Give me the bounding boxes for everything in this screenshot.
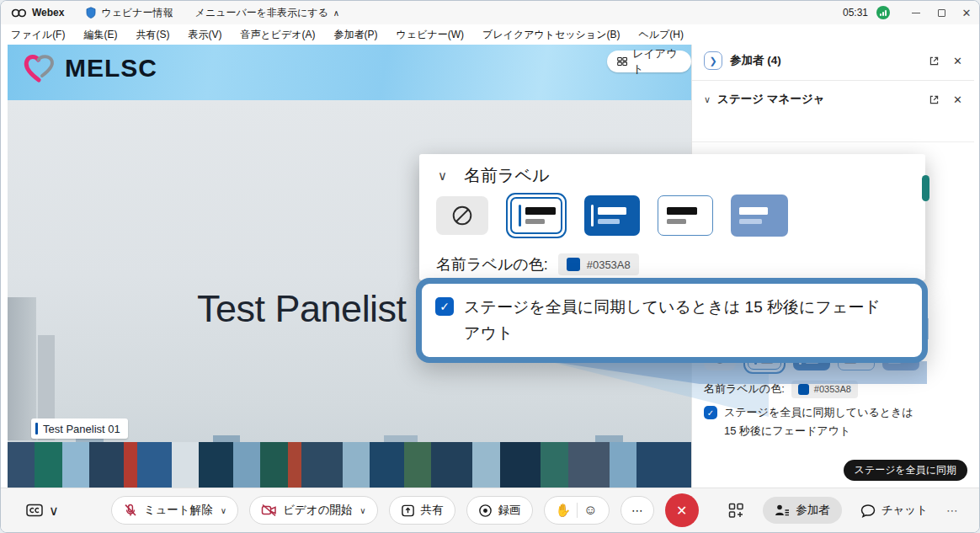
- share-screen-icon: [401, 504, 415, 518]
- apps-icon[interactable]: [728, 503, 744, 519]
- popup-color-label: 名前ラベルの色:: [436, 254, 548, 274]
- share-button[interactable]: 共有: [389, 496, 455, 525]
- close-participants-icon[interactable]: ✕: [953, 55, 962, 67]
- shield-icon: [86, 7, 96, 19]
- fade-checkbox[interactable]: ✓: [704, 406, 717, 419]
- style-option-muted-filled[interactable]: [731, 195, 788, 237]
- chevron-down-icon: ∨: [360, 506, 365, 515]
- start-video-label: ビデオの開始: [283, 503, 352, 518]
- leave-meeting-button[interactable]: ✕: [665, 493, 699, 527]
- color-swatch: [567, 258, 580, 271]
- unmute-button[interactable]: ミュート解除 ∨: [111, 496, 238, 525]
- check-icon: ✓: [707, 408, 714, 418]
- close-window-button[interactable]: ✕: [954, 2, 979, 24]
- menu-edit[interactable]: 編集(E): [83, 28, 117, 42]
- title-bar: Webex ウェビナー情報 メニューバーを非表示にする ∧ 05:31 ✕: [1, 1, 979, 24]
- participants-toggle-button[interactable]: 参加者: [763, 497, 842, 524]
- fade-setting-callout: ✓ ステージを全員に同期しているときは 15 秒後にフェード アウト: [416, 278, 928, 363]
- share-label: 共有: [421, 503, 444, 518]
- brand-logo: MELSC: [21, 51, 157, 85]
- style-option-light-left-bar-selected[interactable]: [506, 193, 567, 238]
- closed-captions-icon: [26, 504, 43, 517]
- close-stage-manager-icon[interactable]: ✕: [953, 93, 962, 106]
- style-option-filled-left-bar[interactable]: [584, 195, 640, 236]
- popout-icon[interactable]: [929, 94, 940, 105]
- chevron-down-icon: ∨: [49, 503, 59, 519]
- menu-view[interactable]: 表示(V): [188, 28, 221, 42]
- chat-icon: [860, 504, 876, 518]
- reactions-button[interactable]: ☺: [583, 503, 597, 518]
- webex-logo: Webex: [11, 7, 64, 19]
- menu-breakout[interactable]: ブレイクアウトセッション(B): [482, 28, 620, 42]
- webex-infinity-icon: [11, 8, 27, 19]
- record-button[interactable]: 録画: [466, 496, 533, 525]
- stage-manager-panel-title: ステージ マネージャ: [717, 92, 824, 107]
- participants-panel-title: 参加者 (4): [730, 53, 781, 68]
- layout-button-label: レイアウト: [632, 46, 681, 77]
- sync-stage-button-label: ステージを全員に同期: [855, 463, 956, 477]
- popup-style-options: [436, 193, 788, 238]
- menu-help[interactable]: ヘルプ(H): [638, 28, 684, 42]
- layout-button[interactable]: レイアウト: [607, 51, 691, 72]
- record-icon: [478, 504, 493, 518]
- more-options-button[interactable]: ⋯: [620, 496, 654, 525]
- divider: [692, 141, 974, 142]
- mic-muted-icon: [123, 503, 138, 518]
- menu-participants[interactable]: 参加者(P): [334, 28, 378, 42]
- scrollbar-thumb[interactable]: [922, 175, 929, 201]
- callout-line2: アウト: [464, 320, 881, 346]
- melsc-heart-icon: [21, 51, 58, 85]
- connection-quality-icon[interactable]: [876, 6, 890, 19]
- chevron-up-icon: ∧: [333, 8, 339, 18]
- city-skyline: [8, 442, 691, 489]
- ellipsis-icon: ⋯: [631, 504, 643, 517]
- chat-toggle-button[interactable]: チャット: [860, 503, 928, 518]
- maximize-button[interactable]: [929, 2, 954, 24]
- start-video-button[interactable]: ビデオの開始 ∨: [249, 496, 378, 525]
- menu-share[interactable]: 共有(S): [136, 28, 169, 42]
- webinar-info-button[interactable]: ウェビナー情報: [86, 6, 173, 20]
- check-icon: ✓: [439, 300, 450, 313]
- participants-toggle-label: 参加者: [796, 503, 830, 518]
- fade-checkbox-large[interactable]: ✓: [435, 297, 454, 316]
- main-area: MELSC レイアウト Test Panelist Test Panelist …: [1, 45, 979, 489]
- raise-hand-button[interactable]: ✋: [556, 503, 572, 518]
- style-option-light-plain[interactable]: [658, 195, 713, 236]
- clock: 05:31: [843, 7, 868, 19]
- menu-webinar[interactable]: ウェビナー(W): [397, 28, 464, 42]
- sync-stage-button[interactable]: ステージを全員に同期: [844, 460, 967, 481]
- popup-color-chip[interactable]: #0353A8: [558, 253, 639, 275]
- participants-expand-button[interactable]: ❯: [704, 51, 722, 70]
- chat-toggle-label: チャット: [881, 503, 928, 518]
- fade-checkbox-label-line2: 15 秒後にフェードアウト: [724, 424, 850, 439]
- popout-icon[interactable]: [929, 56, 940, 67]
- chevron-down-icon[interactable]: ∨: [704, 94, 711, 105]
- color-swatch: [798, 384, 809, 395]
- bottom-toolbar: ∨ ミュート解除 ∨ ビデオの開始 ∨ 共有: [1, 488, 979, 532]
- webex-window: Webex ウェビナー情報 メニューバーを非表示にする ∧ 05:31 ✕ ファ…: [0, 0, 980, 533]
- callout-line1: ステージを全員に同期しているときは 15 秒後にフェード: [464, 294, 881, 320]
- name-label-accent-bar: [35, 423, 38, 434]
- color-value: #0353A8: [814, 384, 851, 394]
- divider: [577, 503, 578, 518]
- panelist-display-name: Test Panelist: [197, 287, 407, 331]
- captions-button[interactable]: ∨: [26, 503, 59, 519]
- no-label-icon: [451, 205, 473, 227]
- close-icon: ✕: [676, 503, 687, 519]
- hide-menubar-button[interactable]: メニューバーを非表示にする ∧: [195, 6, 340, 20]
- menu-bar: ファイル(F) 編集(E) 共有(S) 表示(V) 音声とビデオ(A) 参加者(…: [1, 24, 979, 45]
- name-label-popup: ∨ 名前ラベル: [419, 154, 925, 280]
- menu-audio-video[interactable]: 音声とビデオ(A): [240, 28, 315, 42]
- style-option-none[interactable]: [436, 196, 488, 235]
- unmute-label: ミュート解除: [144, 503, 213, 518]
- minimize-button[interactable]: [903, 2, 929, 24]
- more-panels-button[interactable]: ⋯: [946, 504, 959, 517]
- menu-file[interactable]: ファイル(F): [11, 28, 65, 42]
- fade-checkbox-label-line1: ステージを全員に同期しているときは: [724, 405, 913, 420]
- layout-grid-icon: [617, 56, 627, 67]
- video-name-label: Test Panelist 01: [31, 418, 128, 439]
- hide-menubar-label: メニューバーを非表示にする: [195, 6, 328, 20]
- chevron-down-icon[interactable]: ∨: [438, 168, 447, 184]
- color-value: #0353A8: [587, 259, 631, 271]
- name-label-text: Test Panelist 01: [43, 423, 120, 435]
